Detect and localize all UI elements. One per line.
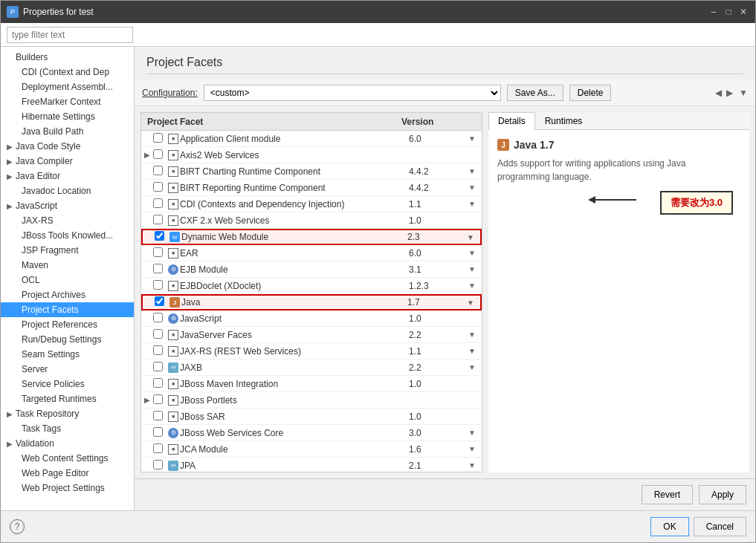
fwd-icon[interactable]: ▶ <box>726 88 733 98</box>
row-checkbox[interactable] <box>153 345 167 357</box>
sidebar-item-label: Validation <box>16 438 54 449</box>
version-dropdown-icon[interactable]: ▼ <box>468 331 482 339</box>
version-dropdown-icon[interactable]: ▼ <box>467 299 480 307</box>
sidebar-item-deployment[interactable]: Deployment Assembl... <box>1 79 134 94</box>
row-checkbox[interactable] <box>155 296 168 308</box>
table-body[interactable]: ■ Application Client module 6.0 ▼ ▶ ■ Ax… <box>141 131 482 472</box>
sidebar-item-web-project[interactable]: Web Project Settings <box>1 481 134 495</box>
row-icon: ■ <box>167 199 180 209</box>
row-checkbox[interactable] <box>153 443 167 455</box>
version-dropdown-icon[interactable]: ▼ <box>468 282 482 290</box>
help-icon[interactable]: ? <box>10 519 25 534</box>
row-checkbox[interactable] <box>153 329 167 341</box>
row-name: Application Client module <box>180 134 409 144</box>
annotation-bubble: 需要改为3.0 <box>660 191 733 215</box>
sidebar-item-web-content[interactable]: Web Content Settings <box>1 451 134 466</box>
maximize-button[interactable]: □ <box>723 6 734 18</box>
config-select[interactable]: <custom> <box>204 85 501 101</box>
sidebar-item-task-tags[interactable]: Task Tags <box>1 421 134 436</box>
sidebar-item-task-repository[interactable]: ▶ Task Repository <box>1 406 134 421</box>
table-row: ■ JBoss Maven Integration 1.0 <box>141 376 482 392</box>
sidebar-item-maven[interactable]: Maven <box>1 258 134 273</box>
sidebar-item-cdi[interactable]: CDI (Context and Dep <box>1 65 134 79</box>
row-checkbox[interactable] <box>153 182 167 194</box>
expand-icon[interactable]: ▶ <box>141 396 153 404</box>
panel-title: Project Facets <box>146 56 743 74</box>
sidebar-item-server[interactable]: Server <box>1 362 134 377</box>
sidebar-item-java-code-style[interactable]: ▶ Java Code Style <box>1 139 134 154</box>
row-checkbox[interactable] <box>155 231 168 243</box>
version-dropdown-icon[interactable]: ▼ <box>468 461 482 469</box>
minimize-button[interactable]: – <box>708 6 720 18</box>
sidebar-item-jsp-fragment[interactable]: JSP Fragment <box>1 243 134 258</box>
ok-button[interactable]: OK <box>650 517 688 536</box>
version-dropdown-icon[interactable]: ▼ <box>468 445 482 453</box>
version-dropdown-icon[interactable]: ▼ <box>467 233 480 241</box>
sidebar-item-java-build-path[interactable]: Java Build Path <box>1 124 134 139</box>
sidebar-item-jax-rs[interactable]: JAX-RS <box>1 213 134 228</box>
revert-button[interactable]: Revert <box>642 485 693 504</box>
table-row: ■ BIRT Charting Runtime Component 4.4.2 … <box>141 163 482 180</box>
back-icon[interactable]: ◀ <box>715 88 722 98</box>
sidebar-item-project-references[interactable]: Project References <box>1 317 134 332</box>
sidebar-item-label: Java Code Style <box>16 141 80 152</box>
delete-button[interactable]: Delete <box>569 85 612 101</box>
row-checkbox[interactable] <box>153 313 167 325</box>
sidebar-item-jboss-tools[interactable]: JBoss Tools Knowled... <box>1 228 134 243</box>
row-version: 1.0 <box>409 313 468 324</box>
row-checkbox[interactable] <box>153 411 167 423</box>
tab-details[interactable]: Details <box>488 112 535 130</box>
sidebar-item-ocl[interactable]: OCL <box>1 273 134 287</box>
sidebar-item-label: Project Archives <box>22 290 85 300</box>
tab-runtimes[interactable]: Runtimes <box>535 112 592 129</box>
sidebar-item-run-debug[interactable]: Run/Debug Settings <box>1 332 134 347</box>
menu-icon[interactable]: ▼ <box>739 88 748 98</box>
row-checkbox[interactable] <box>153 247 167 259</box>
cancel-button[interactable]: Cancel <box>694 517 746 536</box>
version-dropdown-icon[interactable]: ▼ <box>468 167 482 175</box>
sidebar-item-builders[interactable]: Builders <box>1 50 134 65</box>
row-checkbox[interactable] <box>153 166 167 178</box>
row-icon: ⚙ <box>167 313 180 324</box>
row-checkbox[interactable] <box>153 198 167 210</box>
sidebar-item-service-policies[interactable]: Service Policies <box>1 377 134 391</box>
version-dropdown-icon[interactable]: ▼ <box>468 134 482 143</box>
row-checkbox[interactable] <box>153 280 167 292</box>
version-dropdown-icon[interactable]: ▼ <box>468 347 482 355</box>
sidebar-item-seam[interactable]: Seam Settings <box>1 347 134 362</box>
version-dropdown-icon[interactable]: ▼ <box>468 183 482 192</box>
sidebar-item-java-compiler[interactable]: ▶ Java Compiler <box>1 154 134 169</box>
sidebar-item-freemarker[interactable]: FreeMarker Context <box>1 94 134 109</box>
sidebar-item-java-editor[interactable]: ▶ Java Editor <box>1 169 134 183</box>
sidebar-item-hibernate[interactable]: Hibernate Settings <box>1 109 134 124</box>
version-dropdown-icon[interactable]: ▼ <box>468 249 482 257</box>
save-as-button[interactable]: Save As... <box>507 85 563 101</box>
sidebar-item-javascript[interactable]: ▶ JavaScript <box>1 198 134 213</box>
sidebar-item-label: JSP Fragment <box>22 245 78 256</box>
close-button[interactable]: ✕ <box>737 6 749 18</box>
row-checkbox[interactable] <box>153 394 167 406</box>
row-checkbox[interactable] <box>153 378 167 390</box>
sidebar-item-targeted-runtimes[interactable]: Targeted Runtimes <box>1 391 134 406</box>
row-checkbox[interactable] <box>153 362 167 374</box>
row-checkbox[interactable] <box>153 133 167 145</box>
version-dropdown-icon[interactable]: ▼ <box>468 429 482 437</box>
table-row: ■ EAR 6.0 ▼ <box>141 245 482 261</box>
version-dropdown-icon[interactable]: ▼ <box>468 265 482 273</box>
row-checkbox[interactable] <box>153 460 167 472</box>
row-checkbox[interactable] <box>153 215 167 227</box>
expand-icon[interactable]: ▶ <box>141 151 153 159</box>
sidebar-item-javadoc[interactable]: Javadoc Location <box>1 183 134 198</box>
sidebar-item-validation[interactable]: ▶ Validation <box>1 436 134 451</box>
apply-button[interactable]: Apply <box>699 485 746 504</box>
filter-input[interactable] <box>7 27 133 43</box>
sidebar-item-web-page-editor[interactable]: Web Page Editor <box>1 466 134 481</box>
row-checkbox[interactable] <box>153 427 167 439</box>
row-checkbox[interactable] <box>153 264 167 276</box>
version-dropdown-icon[interactable]: ▼ <box>468 363 482 371</box>
row-checkbox[interactable] <box>153 149 167 161</box>
sidebar-item-project-archives[interactable]: Project Archives <box>1 287 134 302</box>
bottom-action-bar: Revert Apply <box>135 478 755 510</box>
version-dropdown-icon[interactable]: ▼ <box>468 200 482 208</box>
sidebar-item-project-facets[interactable]: Project Facets <box>1 302 134 317</box>
